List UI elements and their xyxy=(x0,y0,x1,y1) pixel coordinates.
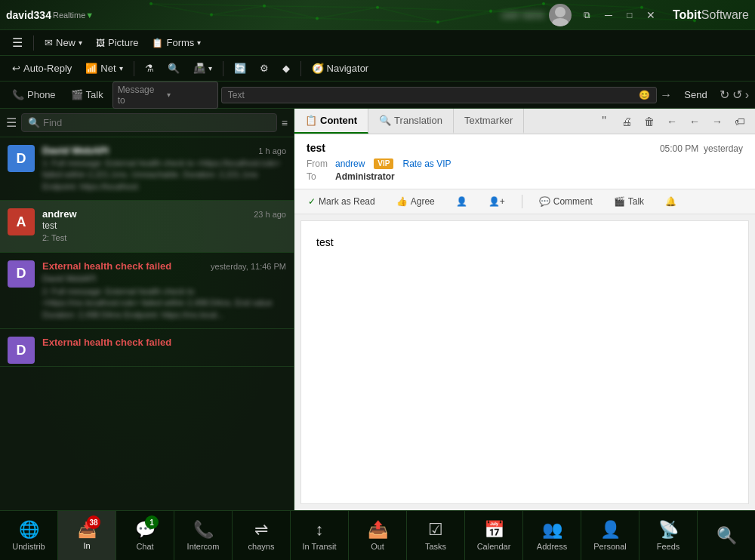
bookmark-btn[interactable]: 🏷 xyxy=(729,111,750,132)
talk-label: Talk xyxy=(86,89,103,100)
back2-btn[interactable]: ← xyxy=(684,111,705,132)
forms-icon: 📋 xyxy=(152,38,163,48)
action-bar: ✓ Mark as Read 👍 Agree 👤 👤+ 💬 Comment 🎬 … xyxy=(294,189,755,214)
talk-btn[interactable]: 🎬 Talk xyxy=(65,86,109,103)
taskbar-personal[interactable]: 👤 Personal xyxy=(581,511,639,560)
thumbsup-icon: 👍 xyxy=(396,196,408,207)
quote-btn[interactable]: " xyxy=(593,111,615,132)
close-btn[interactable]: ✕ xyxy=(641,5,661,25)
forward-btn[interactable]: → xyxy=(707,111,728,132)
message-to-select[interactable]: Message to ▾ xyxy=(112,82,218,109)
list-item[interactable]: D External health check failed yesterday… xyxy=(0,253,294,330)
taskbar-calendar[interactable]: 📅 Calendar xyxy=(465,511,523,560)
restore-btn[interactable]: ⧉ xyxy=(578,5,597,25)
phone-btn[interactable]: 📞 Phone xyxy=(6,86,62,103)
window-controls[interactable]: ⧉ ─ □ ✕ xyxy=(578,5,661,25)
rate-as-vip[interactable]: Rate as VIP xyxy=(402,158,451,169)
picture-menu-item[interactable]: 🖼 Picture xyxy=(90,34,144,51)
composebar: 📞 Phone 🎬 Talk Message to ▾ Text 😊 → Sen… xyxy=(0,82,755,109)
navigator-btn[interactable]: 🧭 Navigator xyxy=(306,60,375,77)
maximize-btn[interactable]: □ xyxy=(620,5,639,25)
send-label: Send xyxy=(684,89,707,100)
net-btn[interactable]: 📶 Net ▾ xyxy=(79,60,128,77)
comment-icon: 💬 xyxy=(539,196,550,207)
new-arrow: ▾ xyxy=(79,38,82,47)
calendar-label: Calendar xyxy=(477,542,511,551)
message-content: test xyxy=(300,220,749,504)
talk-action-btn[interactable]: 🎬 Talk xyxy=(609,194,649,209)
autoreply-label: Auto-Reply xyxy=(23,63,72,74)
avatar: D xyxy=(8,337,35,364)
msg-preview: 1: Full message: External health check t… xyxy=(42,158,286,192)
intercom-icon: 📞 xyxy=(193,520,214,540)
search-input[interactable] xyxy=(43,117,270,128)
replay-icon[interactable]: ↻ xyxy=(720,88,729,102)
transit-icon: ↕ xyxy=(316,520,324,540)
taskbar-intransit[interactable]: ↕ In Transit xyxy=(291,511,349,560)
list-item[interactable]: D External health check failed xyxy=(0,329,294,367)
taskbar-address[interactable]: 👥 Address xyxy=(523,511,581,560)
taskbar-undistrib[interactable]: 🌐 Undistrib xyxy=(0,511,58,560)
text-input[interactable]: Text 😊 xyxy=(221,87,658,103)
tab-textmarker[interactable]: Textmarker xyxy=(454,109,524,134)
taskbar-chat[interactable]: 1 💬 Chat xyxy=(116,511,174,560)
mark-as-read-btn[interactable]: ✓ Mark as Read xyxy=(304,194,380,209)
search-input-box[interactable]: 🔍 xyxy=(21,113,277,132)
list-item[interactable]: D David WebAPI 1 h ago 1: Full message: … xyxy=(0,137,294,201)
print-btn[interactable]: 🖨 xyxy=(616,111,637,132)
search-bar: ☰ 🔍 ≡ xyxy=(0,109,294,137)
tasks-label: Tasks xyxy=(425,542,446,551)
sender-name: External health check failed xyxy=(42,260,171,272)
app-username: david334 xyxy=(6,9,51,21)
diamond-btn[interactable]: ◆ xyxy=(276,60,296,77)
tab-translation[interactable]: 🔍 Translation xyxy=(368,109,454,134)
msg-preview: 2: Full message: External health check t… xyxy=(42,286,286,321)
fax-btn[interactable]: 📠 ▾ xyxy=(187,60,218,77)
taskbar-out[interactable]: 📤 Out xyxy=(349,511,407,560)
taskbar-in[interactable]: 38 📥 In xyxy=(58,511,116,560)
personal-label: Personal xyxy=(593,542,626,551)
svg-point-0 xyxy=(555,7,565,17)
new-menu-item[interactable]: ✉ New ▾ xyxy=(39,34,88,51)
navigator-icon: 🧭 xyxy=(312,63,324,74)
search-btn[interactable]: 🔍 xyxy=(162,60,186,77)
hamburger-menu[interactable]: ☰ xyxy=(6,32,29,53)
autoreply-btn[interactable]: ↩ Auto-Reply xyxy=(6,60,78,77)
filter-btn[interactable]: ⚗ xyxy=(139,60,160,77)
user-btn[interactable]: 👤 xyxy=(451,194,472,209)
add-user-btn[interactable]: 👤+ xyxy=(484,194,510,209)
msg-time: 1 h ago xyxy=(258,146,286,155)
sender-name: andrew xyxy=(42,208,77,220)
chevron-right-icon[interactable]: › xyxy=(745,88,749,102)
app-status: Realtime▼ xyxy=(53,11,94,20)
notification-btn[interactable]: 🔔 xyxy=(661,194,681,209)
msg-time: yesterday, 11:46 PM xyxy=(211,262,286,271)
tab-content[interactable]: 📋 Content xyxy=(294,109,368,134)
taskbar-intercom[interactable]: 📞 Intercom xyxy=(174,511,233,560)
net-label: Net xyxy=(100,63,116,74)
minimize-btn[interactable]: ─ xyxy=(599,5,618,25)
taskbar-tasks[interactable]: ☑ Tasks xyxy=(407,511,465,560)
sender-name: David WebAPI xyxy=(42,145,109,156)
redo-icon[interactable]: ↺ xyxy=(732,88,742,102)
emoji-btn[interactable]: 😊 xyxy=(639,90,650,100)
from-name: andrew xyxy=(335,158,365,169)
back-btn[interactable]: ← xyxy=(661,111,683,132)
sync-btn[interactable]: 🔄 xyxy=(228,60,252,77)
forms-menu-item[interactable]: 📋 Forms ▾ xyxy=(146,34,207,51)
avatar: A xyxy=(8,208,35,235)
settings-btn[interactable]: ⚙ xyxy=(254,60,275,77)
search-options-btn[interactable]: ≡ xyxy=(282,117,288,129)
msg-from: David WebAPI xyxy=(42,273,286,285)
tab-textmarker-label: Textmarker xyxy=(464,115,513,126)
delete-btn[interactable]: 🗑 xyxy=(639,111,660,132)
send-btn[interactable]: Send xyxy=(675,86,716,103)
taskbar-search[interactable]: 🔍 xyxy=(698,511,755,560)
calendar-icon: 📅 xyxy=(484,520,504,540)
agree-btn[interactable]: 👍 Agree xyxy=(392,194,439,209)
list-item[interactable]: A andrew 23 h ago test 2: Test xyxy=(0,201,294,252)
comment-btn[interactable]: 💬 Comment xyxy=(535,194,597,209)
taskbar-chayns[interactable]: ⇌ chayns xyxy=(233,511,291,560)
taskbar-feeds[interactable]: 📡 Feeds xyxy=(639,511,698,560)
list-menu-btn[interactable]: ☰ xyxy=(6,115,17,130)
